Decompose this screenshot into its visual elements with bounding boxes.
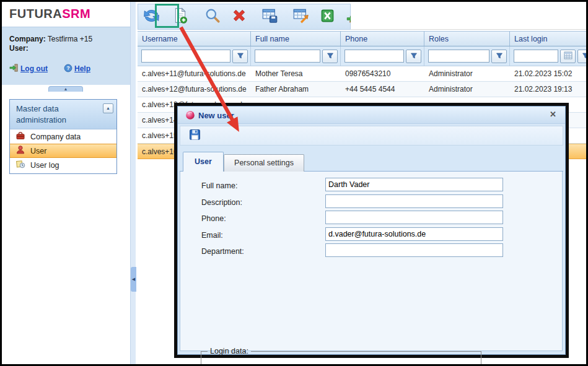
field-label-fullname: Full name: — [201, 181, 237, 190]
column-header-username[interactable]: Username — [138, 32, 251, 46]
column-header-roles[interactable]: Roles — [424, 32, 510, 46]
date-picker-button[interactable] — [560, 50, 576, 63]
filter-input-username[interactable] — [141, 50, 230, 63]
table-row[interactable]: c.alves+11@futura-solutions.de Mother Te… — [138, 66, 588, 82]
cell-roles: Administrator — [424, 66, 510, 81]
save-icon — [189, 129, 201, 143]
user-log-icon — [15, 159, 25, 171]
filter-button-roles[interactable] — [491, 50, 507, 63]
menu-header: Master data administration ▲ — [10, 100, 116, 129]
sidebar-item-user[interactable]: User — [10, 144, 116, 158]
export-layout-button[interactable] — [292, 7, 309, 26]
close-icon[interactable]: ✕ — [550, 110, 556, 119]
funnel-icon — [582, 51, 588, 62]
funnel-icon — [410, 51, 418, 62]
filter-button-lastlogin[interactable] — [577, 50, 588, 63]
navigation-menu: Master data administration ▲ Company dat… — [9, 99, 117, 174]
sidebar-item-label: User — [30, 147, 46, 155]
filter-button-username[interactable] — [232, 50, 248, 63]
cell-fullname: Mother Teresa — [251, 66, 341, 81]
user-line: User: — [9, 44, 29, 53]
logo-accent: SRM — [62, 7, 90, 20]
sidebar-item-user-log[interactable]: User log — [10, 158, 116, 172]
sidebar-item-label: Company data — [30, 133, 81, 141]
menu-collapse-button[interactable]: ▲ — [103, 103, 113, 113]
cell-phone: 09876543210 — [341, 66, 424, 81]
dialog-titlebar: New user ✕ — [178, 107, 565, 124]
company-data-icon — [15, 131, 25, 142]
menu-title-line1: Master data — [16, 103, 110, 115]
field-label-phone: Phone: — [201, 214, 226, 223]
logout-link[interactable]: Log out — [9, 63, 48, 74]
sidebar: FUTURASRM Company: Testfirma +15 User: L… — [2, 2, 130, 364]
cell-lastlogin: 21.02.2023 19:13 — [510, 82, 588, 97]
sidebar-item-company-data[interactable]: Company data — [10, 129, 116, 144]
tab-user[interactable]: User — [183, 152, 224, 172]
dialog-content: Full name: Description: Phone: Email: De… — [180, 172, 563, 351]
toolbar-spacer — [351, 4, 588, 30]
company-label: Company: — [9, 35, 46, 43]
dialog-app-icon — [185, 110, 195, 123]
funnel-icon — [237, 51, 244, 62]
login-data-fieldset: Login data: Company login: Username: Cre… — [201, 347, 481, 366]
column-header-lastlogin[interactable]: Last login — [510, 32, 588, 46]
help-link[interactable]: ? Help — [64, 64, 90, 74]
logout-icon — [9, 63, 19, 74]
fullname-field[interactable] — [325, 178, 503, 191]
app-logo: FUTURASRM — [9, 7, 90, 21]
filter-input-roles[interactable] — [428, 50, 489, 63]
tab-personal-settings[interactable]: Personal settings — [224, 154, 304, 172]
user-label: User: — [9, 44, 29, 53]
funnel-icon — [327, 51, 334, 62]
cell-phone: +44 5445 4544 — [341, 82, 424, 97]
filter-input-lastlogin[interactable] — [514, 50, 558, 63]
dialog-toolbar — [180, 126, 563, 146]
search-icon — [204, 7, 221, 26]
field-label-description: Description: — [201, 198, 242, 207]
save-layout-button[interactable] — [261, 7, 278, 26]
dialog-tabstrip: User Personal settings — [180, 147, 563, 172]
dialog-frame: New user ✕ User Personal settings Full n… — [177, 106, 566, 355]
filter-button-fullname[interactable] — [322, 50, 338, 63]
funnel-icon — [496, 51, 503, 62]
description-field[interactable] — [325, 194, 503, 208]
collapse-up-icon: ▲ — [106, 106, 110, 110]
department-field[interactable] — [325, 243, 503, 257]
phone-field[interactable] — [325, 211, 503, 224]
filter-button-phone[interactable] — [406, 50, 421, 63]
table-header-row: Username Full name Phone Roles Last logi… — [138, 31, 588, 46]
delete-button[interactable] — [231, 7, 247, 26]
divider-collapse-handle[interactable]: ◀ — [131, 267, 136, 292]
sidebar-collapse-handle[interactable]: ▲ — [48, 86, 83, 92]
table-save-icon — [261, 7, 278, 27]
delete-icon — [231, 7, 247, 26]
company-line: Company: Testfirma +15 — [9, 35, 92, 43]
excel-export-button[interactable] — [320, 7, 335, 26]
logout-label: Log out — [20, 64, 48, 73]
column-header-fullname[interactable]: Full name — [251, 32, 341, 46]
column-header-phone[interactable]: Phone — [341, 32, 424, 46]
panel-divider[interactable]: ◀ — [130, 2, 136, 364]
highlight-box-annotation — [155, 4, 179, 28]
email-field[interactable] — [325, 227, 503, 241]
search-button[interactable] — [204, 7, 221, 26]
company-value: Testfirma +15 — [48, 35, 92, 43]
excel-export-icon — [320, 8, 335, 26]
sidebar-item-label: User log — [30, 161, 59, 170]
table-row[interactable]: c.alves+12@futura-solutions.de Father Ab… — [138, 82, 588, 97]
save-button[interactable] — [187, 128, 202, 143]
collapse-up-icon: ▲ — [64, 87, 68, 91]
filter-input-fullname[interactable] — [255, 50, 320, 63]
filter-input-phone[interactable] — [344, 50, 404, 63]
help-icon: ? — [64, 64, 72, 74]
cell-roles: Administrator — [424, 82, 510, 97]
dialog-title: New user — [198, 111, 234, 120]
help-label: Help — [74, 64, 90, 73]
field-label-department: Department: — [201, 247, 244, 256]
app-window: FUTURASRM Company: Testfirma +15 User: L… — [0, 0, 588, 366]
cell-username: c.alves+11@futura-solutions.de — [138, 66, 251, 81]
cell-fullname: Father Abraham — [251, 82, 341, 97]
table-filter-row — [138, 46, 588, 66]
svg-text:?: ? — [66, 65, 69, 71]
collapse-left-icon: ◀ — [132, 277, 135, 281]
